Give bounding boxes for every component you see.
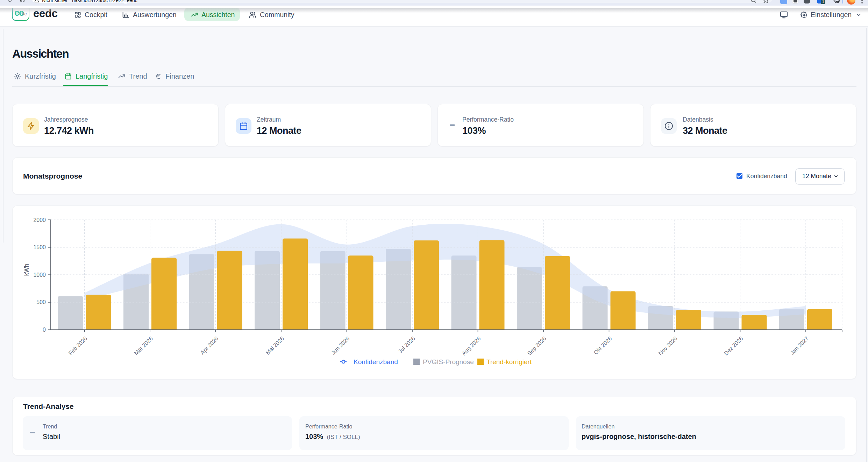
- svg-text:Apr 2026: Apr 2026: [199, 335, 220, 356]
- svg-text:2000: 2000: [33, 217, 46, 223]
- svg-text:Jun 2026: Jun 2026: [330, 335, 351, 356]
- svg-text:Aug 2026: Aug 2026: [461, 335, 482, 357]
- svg-text:Feb 2026: Feb 2026: [67, 335, 88, 356]
- svg-text:0: 0: [43, 327, 46, 333]
- svg-text:Nov 2026: Nov 2026: [657, 335, 679, 357]
- svg-text:Konfidenzband: Konfidenzband: [354, 358, 398, 366]
- svg-text:Trend-korrigiert: Trend-korrigiert: [486, 358, 532, 366]
- svg-text:Okt 2026: Okt 2026: [593, 335, 613, 356]
- svg-text:Mai 2026: Mai 2026: [265, 335, 285, 356]
- svg-text:kWh: kWh: [23, 264, 30, 276]
- svg-text:Dez 2026: Dez 2026: [723, 335, 744, 357]
- svg-text:500: 500: [36, 299, 46, 305]
- svg-text:Sep 2026: Sep 2026: [526, 335, 548, 357]
- svg-text:Mär 2026: Mär 2026: [133, 335, 154, 356]
- svg-text:1000: 1000: [33, 272, 46, 278]
- svg-text:Jan 2027: Jan 2027: [789, 335, 810, 356]
- svg-text:PVGIS-Prognose: PVGIS-Prognose: [423, 358, 474, 366]
- svg-text:Jul 2026: Jul 2026: [397, 335, 416, 355]
- svg-text:1500: 1500: [33, 244, 46, 250]
